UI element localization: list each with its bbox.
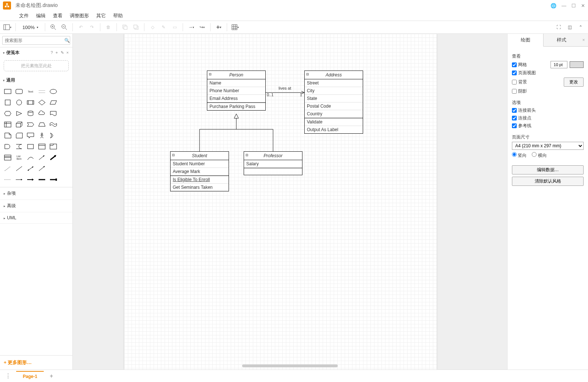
shape-blank4[interactable] [60,120,69,129]
zoom-selector[interactable]: 100%▾ [19,25,41,30]
search-shapes-input[interactable]: 🔍 [2,36,70,45]
line-color-button[interactable]: ✎ [159,23,168,32]
maximize-button[interactable]: ☐ [571,3,576,8]
shape-cylinder[interactable] [26,109,35,118]
shape-diamond[interactable] [37,98,46,107]
shape-hexagon[interactable] [3,109,12,118]
menu-adjust[interactable]: 调整图形 [67,11,92,21]
shape-actor[interactable] [37,131,46,140]
edit-data-button[interactable]: 编辑数据… [512,165,584,174]
shape-dashed[interactable] [3,164,12,173]
clear-style-button[interactable]: 清除默认风格 [512,177,584,186]
fullscreen-button[interactable]: ⛶ [554,23,563,32]
edge-mult-right[interactable]: 1 [300,93,302,97]
shape-blank6[interactable] [60,142,69,151]
menu-file[interactable]: 文件 [16,11,32,21]
edge-mult-left[interactable]: 0..1 [267,93,273,97]
shape-bidir[interactable] [26,164,35,173]
general-shapes-header[interactable]: ▾通用 [0,75,72,86]
delete-button[interactable]: 🗑 [104,23,113,32]
shape-list[interactable] [3,153,12,162]
shape-link4[interactable] [37,175,46,184]
shape-link3[interactable] [26,175,35,184]
menu-edit[interactable]: 编辑 [33,11,49,21]
menu-help[interactable]: 帮助 [110,11,126,21]
table-button[interactable]: ▾ [231,23,240,32]
uml-class-address[interactable]: ⊟Address Street City State Postal Code C… [304,71,363,134]
shape-roundrect[interactable] [14,87,24,96]
shape-internal[interactable] [3,120,12,129]
pages-menu-button[interactable]: ⋮ [3,372,13,379]
shape-arrow-diag[interactable] [37,153,46,162]
shape-square[interactable] [3,98,12,107]
zoom-out-button[interactable] [60,23,69,32]
tab-diagram[interactable]: 绘图 [508,34,544,47]
shape-and[interactable] [3,142,12,151]
change-background-button[interactable]: 更改 [564,78,584,87]
edge-label-lives-at[interactable]: lives at [279,86,291,90]
scratchpad-dropzone[interactable]: 把元素拖至此处 [4,60,69,71]
shape-note[interactable] [3,131,12,140]
shape-curve[interactable] [26,153,35,162]
grid-checkbox[interactable]: 网格 [512,62,527,68]
shadow-button[interactable]: ▭ [170,23,179,32]
search-icon[interactable]: 🔍 [62,38,72,43]
to-back-button[interactable] [132,23,140,32]
category-uml[interactable]: ▸UML [0,212,72,224]
to-front-button[interactable] [121,23,129,32]
arrows-checkbox[interactable]: 连接箭头 [512,107,536,113]
category-misc[interactable]: ▸杂项 [0,187,72,200]
insert-button[interactable]: +▾ [214,23,223,32]
shape-card[interactable] [14,131,24,140]
shape-cloud[interactable] [37,109,46,118]
guides-checkbox[interactable]: 参考线 [512,123,531,129]
shape-circle[interactable] [14,98,24,107]
sidebar-toggle-button[interactable]: ▾ [3,23,12,32]
shape-frame[interactable] [49,142,58,151]
shape-trapezoid[interactable] [37,120,46,129]
shape-step[interactable] [26,120,35,129]
shape-or[interactable] [49,131,58,140]
zoom-in-button[interactable] [49,23,58,32]
close-button[interactable]: ✕ [581,3,585,8]
grid-color-swatch[interactable] [570,61,584,68]
shape-link2[interactable] [14,175,24,184]
menu-other[interactable]: 其它 [93,11,109,21]
tab-close-button[interactable]: × [579,34,588,47]
pageview-checkbox[interactable]: 页面视图 [512,70,536,76]
minimize-button[interactable]: — [562,3,566,8]
shape-blank9[interactable] [60,164,69,173]
uml-class-student[interactable]: ⊟Student Student Number Average Mark Is … [170,151,229,191]
shape-line[interactable] [14,164,24,173]
shape-triangle[interactable] [14,109,24,118]
shape-process[interactable] [26,98,35,107]
fill-color-button[interactable]: ◇ [148,23,157,32]
portrait-radio[interactable]: 竖向 [512,152,527,159]
collapse-button[interactable]: ⌃ [576,23,585,32]
shadow-checkbox[interactable]: 阴影 [512,88,527,94]
shape-callout[interactable] [26,131,35,140]
shape-document[interactable] [49,109,58,118]
redo-button[interactable]: ↷ [87,23,96,32]
language-icon[interactable]: 🌐 [551,3,556,8]
tab-style[interactable]: 样式 [544,34,579,47]
shape-listitem[interactable]: ListItem [14,153,24,162]
shape-blank3[interactable] [60,109,69,118]
landscape-radio[interactable]: 横向 [532,152,546,159]
grid-size-input[interactable] [551,61,567,68]
shape-blank10[interactable] [60,175,69,184]
canvas[interactable]: ⊟Person Name Phone Number Email Address … [73,34,507,370]
more-shapes-button[interactable]: + 更多图形… [0,355,72,370]
format-panel-button[interactable]: ◫ [565,23,574,32]
category-advanced[interactable]: ▸高级 [0,200,72,212]
shape-blank2[interactable] [60,98,69,107]
shape-tape[interactable] [49,120,58,129]
waypoint-button[interactable]: ↪▾ [198,23,207,32]
connection-button[interactable]: →▾ [187,23,196,32]
uml-class-professor[interactable]: ⊟Professor Salary [244,151,302,175]
canvas-page[interactable]: ⊟Person Name Phone Number Email Address … [124,34,437,370]
shape-cube[interactable] [14,120,24,129]
page-tab-1[interactable]: Page-1 [16,371,44,381]
shape-container[interactable] [37,142,46,151]
background-checkbox[interactable]: 背景 [512,79,527,85]
